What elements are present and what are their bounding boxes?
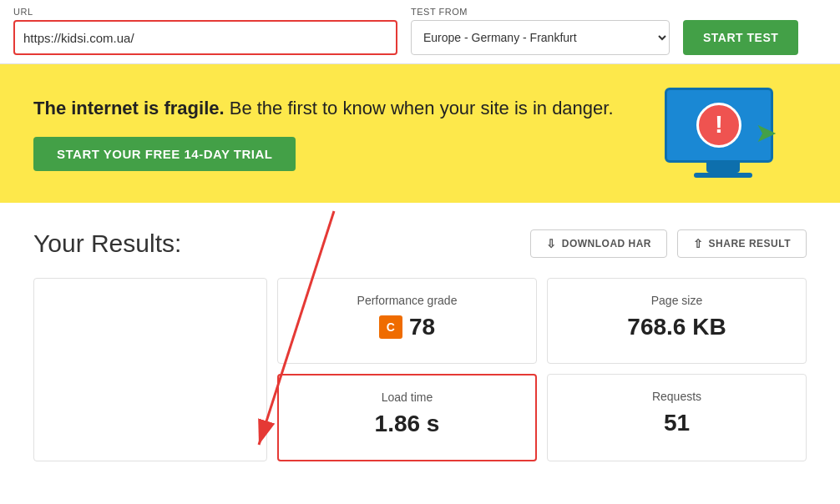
test-from-select[interactable]: Europe - Germany - Frankfurt US - East -… <box>411 20 670 55</box>
url-group: URL <box>13 7 397 55</box>
page-size-value: 768.6 KB <box>627 314 726 340</box>
requests-value: 51 <box>664 410 690 436</box>
load-time-card: Load time 1.86 s <box>277 374 537 461</box>
banner-headline-bold: The internet is fragile. <box>33 98 225 118</box>
results-section: Your Results: ⇩ DOWNLOAD HAR ⇧ SHARE RES… <box>0 203 840 488</box>
performance-grade-label: Performance grade <box>357 294 458 307</box>
performance-grade-value: C 78 <box>379 314 435 340</box>
grade-badge: C <box>379 315 402 339</box>
url-input[interactable] <box>13 20 397 55</box>
results-actions: ⇩ DOWNLOAD HAR ⇧ SHARE RESULT <box>530 229 807 258</box>
download-har-label: DOWNLOAD HAR <box>562 238 651 249</box>
page-size-card: Page size 768.6 KB <box>547 278 807 364</box>
cursor-icon: ➤ <box>755 117 777 149</box>
banner-illustration: ! ➤ <box>640 88 807 179</box>
results-grid: Performance grade C 78 Page size 768.6 K… <box>33 278 807 461</box>
exclamation-icon: ! <box>715 112 723 137</box>
page-size-label: Page size <box>651 294 702 307</box>
banner-headline: The internet is fragile. Be the first to… <box>33 96 640 122</box>
load-time-label: Load time <box>382 391 433 404</box>
banner-cta-button[interactable]: START YOUR FREE 14-DAY TRIAL <box>33 137 296 171</box>
share-result-button[interactable]: ⇧ SHARE RESULT <box>677 229 807 258</box>
share-result-label: SHARE RESULT <box>709 238 791 249</box>
banner-headline-rest: Be the first to know when your site is i… <box>230 98 614 118</box>
warning-circle: ! <box>696 103 741 148</box>
banner-text-area: The internet is fragile. Be the first to… <box>33 96 640 171</box>
monitor-graphic: ! ➤ <box>665 88 782 179</box>
test-from-group: Test from Europe - Germany - Frankfurt U… <box>411 7 670 55</box>
results-title: Your Results: <box>33 229 181 258</box>
url-label: URL <box>13 7 397 17</box>
results-chart-area <box>33 278 267 461</box>
monitor-stand <box>706 163 740 173</box>
download-har-button[interactable]: ⇩ DOWNLOAD HAR <box>530 229 667 258</box>
toolbar: URL Test from Europe - Germany - Frankfu… <box>0 0 840 64</box>
performance-grade-card: Performance grade C 78 <box>277 278 537 364</box>
monitor-screen: ! ➤ <box>665 88 773 163</box>
test-from-label: Test from <box>411 7 670 17</box>
arrow-container: Your Results: ⇩ DOWNLOAD HAR ⇧ SHARE RES… <box>0 203 840 488</box>
requests-label: Requests <box>652 390 701 403</box>
results-header: Your Results: ⇩ DOWNLOAD HAR ⇧ SHARE RES… <box>33 229 807 258</box>
share-icon: ⇧ <box>693 237 704 250</box>
monitor-base <box>694 173 752 178</box>
download-icon: ⇩ <box>546 237 557 250</box>
start-test-button[interactable]: START TEST <box>683 20 798 55</box>
requests-card: Requests 51 <box>547 374 807 461</box>
banner: The internet is fragile. Be the first to… <box>0 64 840 203</box>
load-time-value: 1.86 s <box>375 411 440 437</box>
